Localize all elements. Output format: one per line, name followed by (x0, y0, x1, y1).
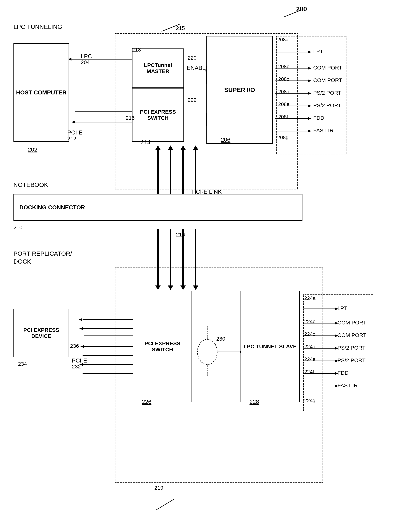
pci-e-top-label: PCI-E (67, 129, 82, 136)
ref-224d: 224d (304, 344, 315, 350)
ref-200: 200 (296, 5, 307, 13)
ref-219: 219 (154, 485, 163, 491)
pci-express-switch-top-label: PCI EXPRESS SWITCH (132, 109, 183, 121)
port-ps2-top-1: PS/2 PORT (313, 90, 341, 96)
ref-230: 230 (216, 336, 225, 342)
pci-e-link-label: PCI-E LINK (192, 189, 222, 195)
port-replicator-label: PORT REPLICATOR/DOCK (13, 250, 72, 265)
port-com-top-1: COM PORT (313, 65, 342, 71)
pci-express-device-label: PCI EXPRESS DEVICE (14, 327, 69, 339)
ref-212: 212 (67, 136, 76, 142)
ref-216-top: 216 (126, 115, 135, 121)
port-fastir-bottom: FAST IR (338, 382, 358, 389)
ref-202: 202 (28, 146, 37, 153)
enable-label: ENABLE (187, 65, 209, 71)
port-ps2-bottom-2: PS/2 PORT (338, 357, 365, 363)
lpc-label: LPC (81, 53, 92, 60)
port-ps2-top-2: PS/2 PORT (313, 102, 341, 108)
ref-222: 222 (188, 97, 197, 103)
ref-206: 206 (221, 136, 230, 143)
ref-216-bottom: 216 (176, 232, 185, 238)
port-ps2-bottom-1: PS/2 PORT (338, 345, 365, 351)
ref-224b: 224b (304, 319, 315, 324)
ref-224a: 224a (304, 295, 315, 301)
ref-232: 232 (72, 364, 81, 370)
svg-marker-16 (71, 121, 75, 124)
port-fdd-top: FDD (313, 115, 324, 121)
ref-208c: 208c (278, 76, 289, 82)
lpctunnel-master-box: LPCTunnel MASTER (132, 49, 184, 88)
host-computer-label: HOST COMPUTER (16, 89, 67, 96)
port-com-bottom-2: COM PORT (338, 332, 366, 338)
lpc-tunneling-label: LPC TUNNELING (13, 23, 62, 30)
lpc-tunnel-slave-box: LPC TUNNEL SLAVE (241, 291, 300, 402)
svg-marker-45 (79, 327, 83, 330)
ref-224c: 224c (304, 331, 315, 337)
svg-marker-41 (80, 345, 84, 348)
ref-220: 220 (188, 55, 197, 61)
lpctunnel-master-label: LPCTunnel MASTER (132, 62, 183, 74)
super-io-label: SUPER I/O (224, 86, 255, 93)
ref-224g: 224g (304, 398, 315, 403)
diagram-container: 200 LPC TUNNELING 215 HOST COMPUTER 202 … (0, 0, 401, 532)
svg-marker-43 (79, 318, 82, 321)
ref-234: 234 (18, 361, 27, 367)
port-fdd-bottom: FDD (338, 370, 349, 376)
ref-236: 236 (70, 343, 79, 349)
lpc-tunnel-slave-label: LPC TUNNEL SLAVE (244, 343, 297, 350)
host-computer-box: HOST COMPUTER (13, 43, 69, 142)
port-com-bottom-1: COM PORT (338, 320, 366, 326)
ref-208d: 208d (278, 89, 289, 95)
ref-208b: 208b (278, 64, 289, 70)
ref-208g: 208g (277, 135, 288, 140)
ref-218: 218 (132, 47, 141, 53)
docking-connector-box: DOCKING CONNECTOR (13, 194, 302, 221)
pci-express-device-box: PCI EXPRESS DEVICE (13, 309, 69, 357)
bottom-ports-dashed-box (303, 294, 373, 411)
pci-express-switch-top-box: PCI EXPRESS SWITCH (132, 88, 184, 142)
ref-224f: 224f (304, 369, 314, 375)
ref-226: 226 (142, 399, 151, 405)
ref-208e: 208e (278, 101, 289, 107)
ref-228: 228 (250, 399, 259, 405)
ref-224e: 224e (304, 356, 315, 362)
svg-line-86 (156, 499, 174, 510)
ref-204: 204 (81, 59, 90, 65)
ref-214: 214 (141, 139, 150, 146)
ref-210: 210 (13, 224, 22, 231)
port-com-top-2: COM PORT (313, 77, 342, 83)
ref-208a: 208a (277, 37, 288, 43)
pci-e-bottom-label: PCI-E (72, 357, 87, 364)
pci-express-switch-bottom-box: PCI EXPRESS SWITCH (133, 291, 192, 402)
super-io-box: SUPER I/O (207, 36, 273, 144)
ref-215: 215 (176, 25, 185, 31)
port-lpt-top: LPT (313, 49, 323, 55)
notebook-label: NOTEBOOK (13, 181, 48, 188)
ref-208f: 208f (278, 114, 288, 120)
pci-express-switch-bottom-label: PCI EXPRESS SWITCH (133, 340, 192, 353)
port-lpt-bottom: LPT (338, 305, 347, 311)
port-fastir-top: FAST IR (313, 127, 333, 133)
docking-connector-label: DOCKING CONNECTOR (19, 204, 85, 211)
